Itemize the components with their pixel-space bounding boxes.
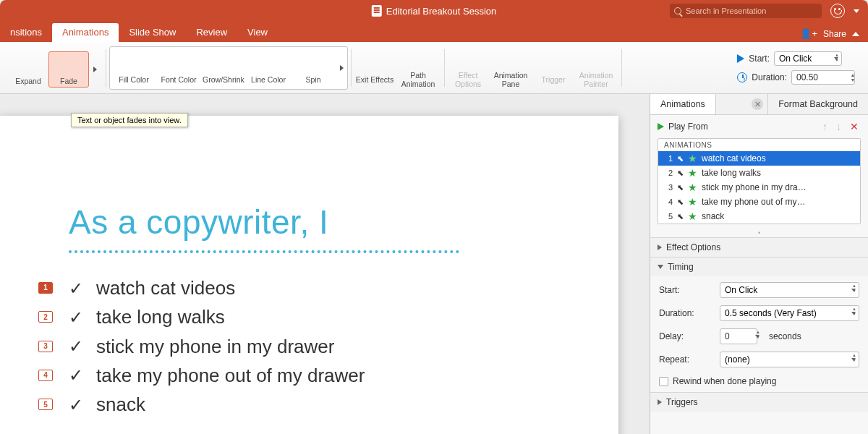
start-select[interactable]: On Click: [774, 51, 842, 66]
slide-heading[interactable]: As a copywriter, I: [69, 203, 579, 242]
sequence-tag[interactable]: 2: [38, 311, 53, 323]
feedback-dropdown-icon[interactable]: [854, 9, 859, 13]
animation-pane-button[interactable]: Animation Pane: [488, 46, 533, 90]
tab-animations[interactable]: Animations: [52, 23, 119, 42]
window-title: Editorial Breakout Session: [372, 5, 496, 17]
separator: [444, 49, 445, 87]
play-from-icon[interactable]: [658, 123, 664, 130]
timing-body: Start: On Click▲▼ Duration: 0.5 seconds …: [650, 276, 868, 392]
play-from-label[interactable]: Play From: [668, 122, 708, 132]
animation-painter-button: Animation Painter: [574, 46, 618, 90]
delete-animation-icon[interactable]: ✕: [848, 121, 861, 132]
section-timing[interactable]: Timing: [650, 258, 868, 276]
chevron-right-icon: [658, 399, 662, 405]
animation-item[interactable]: 4⬉★take my phone out of my…: [658, 195, 860, 209]
pane-tabs: Animations ✕ Format Background: [650, 94, 868, 115]
animation-item[interactable]: 5⬉★snack: [658, 209, 860, 224]
sequence-tag[interactable]: 3: [38, 341, 53, 352]
animation-item[interactable]: 2⬉★take long walks: [658, 166, 860, 180]
duration-label: Duration:: [752, 72, 787, 82]
feedback-smile-icon[interactable]: [830, 4, 845, 18]
check-icon: ✓: [69, 275, 83, 302]
effect-font-color[interactable]: A Font Color: [156, 50, 201, 86]
separator: [621, 49, 622, 87]
sequence-tag[interactable]: 1: [38, 282, 53, 294]
check-icon: ✓: [69, 362, 83, 388]
ribbon-tab-row: nsitions Animations Slide Show Review Vi…: [0, 22, 868, 42]
search-icon: [674, 7, 681, 14]
slide-canvas[interactable]: As a copywriter, I 1✓watch cat videos 2✓…: [0, 94, 650, 434]
animation-list-header: ANIMATIONS: [658, 139, 860, 151]
check-icon: ✓: [69, 333, 83, 359]
effect-spin[interactable]: Spin: [291, 50, 336, 86]
chevron-down-icon: [658, 265, 663, 269]
play-from-row: Play From ↑ ↓ ✕: [650, 115, 868, 138]
share-area: 👤+ Share: [800, 28, 859, 39]
star-icon: ★: [688, 153, 697, 164]
duration-field[interactable]: 00.50: [791, 70, 855, 85]
sequence-tag[interactable]: 4: [38, 370, 53, 381]
effect-fade[interactable]: Fade: [48, 51, 89, 88]
collapse-ribbon-icon[interactable]: [852, 32, 859, 36]
timing-start-select[interactable]: On Click: [720, 282, 859, 298]
section-effect-options[interactable]: Effect Options: [650, 238, 868, 257]
separator: [106, 49, 106, 87]
effect-grow-shrink[interactable]: Grow/Shrink: [201, 50, 246, 86]
tooltip: Text or object fades into view.: [71, 113, 188, 127]
timing-delay-unit: seconds: [769, 331, 801, 341]
slide: As a copywriter, I 1✓watch cat videos 2✓…: [0, 116, 618, 434]
exit-effects-button[interactable]: Exit Effects: [354, 50, 395, 86]
resize-handle[interactable]: •: [650, 229, 868, 237]
search-input[interactable]: [686, 7, 817, 15]
effect-expand[interactable]: Expand: [8, 51, 48, 88]
search-box[interactable]: [670, 4, 822, 18]
ribbon: Expand Fade Fill Color A Font Color Grow…: [0, 42, 868, 94]
sequence-tag[interactable]: 5: [38, 399, 53, 410]
duration-stepper[interactable]: ▲▼: [849, 72, 856, 82]
section-triggers[interactable]: Triggers: [650, 393, 868, 412]
entrance-more-icon[interactable]: [90, 51, 99, 88]
chevron-right-icon: [658, 244, 662, 250]
pane-close-icon[interactable]: ✕: [752, 98, 763, 110]
star-icon: ★: [688, 210, 697, 222]
animation-item[interactable]: 3⬉★stick my phone in my dra…: [658, 180, 860, 195]
dotted-rule: [69, 250, 459, 253]
path-animation-button[interactable]: Path Animation: [395, 46, 441, 90]
timing-duration-select[interactable]: 0.5 seconds (Very Fast): [720, 305, 859, 321]
tab-transitions[interactable]: nsitions: [0, 23, 52, 42]
effect-fill-color[interactable]: Fill Color: [111, 50, 156, 86]
cursor-icon: ⬉: [677, 169, 684, 178]
start-label: Start:: [749, 54, 770, 64]
animation-pane: Animations ✕ Format Background Play From…: [650, 94, 868, 434]
separator: [351, 49, 352, 87]
effect-line-color[interactable]: Line Color: [246, 50, 291, 86]
pane-tab-animations[interactable]: Animations: [650, 94, 716, 114]
check-icon: ✓: [69, 304, 83, 331]
checkbox-icon[interactable]: [659, 377, 668, 386]
share-icon: 👤+: [800, 28, 817, 39]
emphasis-more-icon[interactable]: [337, 50, 346, 86]
check-icon: ✓: [69, 391, 83, 418]
timing-group: Start: On Click ▲▼ Duration: 00.50 ▲▼: [737, 51, 864, 85]
doc-title-text: Editorial Breakout Session: [386, 6, 496, 17]
effect-options-button: Effect Options: [448, 46, 488, 90]
animation-item[interactable]: 1⬉★watch cat videos: [658, 151, 860, 166]
share-button[interactable]: Share: [823, 29, 846, 39]
timing-duration-label: Duration:: [659, 308, 714, 318]
timing-delay-field[interactable]: 0: [720, 328, 757, 344]
tab-view[interactable]: View: [237, 23, 278, 42]
tab-slideshow[interactable]: Slide Show: [119, 23, 186, 42]
pane-tab-format-background[interactable]: Format Background: [767, 94, 868, 114]
emphasis-gallery: Fill Color A Font Color Grow/Shrink Line…: [109, 46, 348, 90]
timing-repeat-select[interactable]: (none): [720, 352, 859, 367]
cursor-icon: ⬉: [677, 197, 684, 207]
cursor-icon: ⬉: [677, 183, 684, 192]
move-down-icon: ↓: [834, 121, 843, 132]
doc-icon: [372, 5, 382, 17]
clock-icon: [737, 72, 747, 82]
slide-bullets[interactable]: 1✓watch cat videos 2✓take long walks 3✓s…: [69, 273, 579, 419]
cursor-icon: ⬉: [677, 212, 684, 221]
trigger-button: Trigger: [533, 50, 574, 86]
rewind-checkbox-row[interactable]: Rewind when done playing: [659, 375, 859, 386]
tab-review[interactable]: Review: [186, 23, 237, 42]
